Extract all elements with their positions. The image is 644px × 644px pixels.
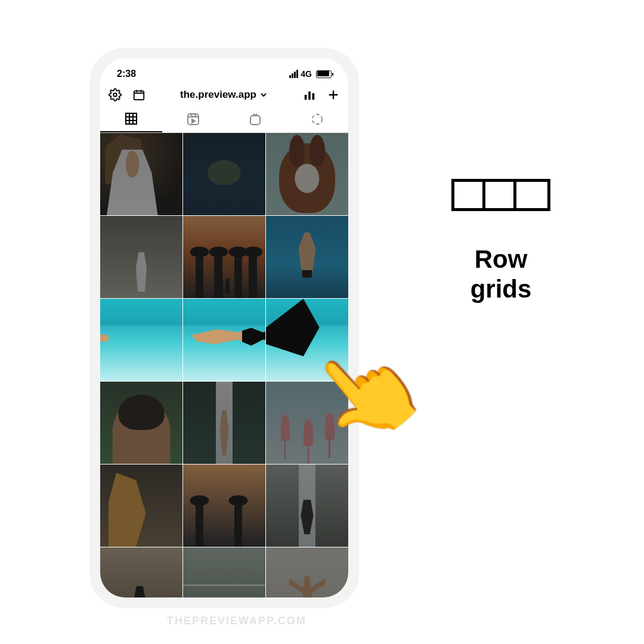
status-bar: 2:38 4G bbox=[100, 58, 348, 82]
svg-rect-2 bbox=[305, 95, 307, 100]
screen: 2:38 4G the.preview.app bbox=[100, 58, 348, 597]
username-dropdown[interactable]: the.preview.app bbox=[180, 89, 268, 101]
tab-reels[interactable] bbox=[162, 106, 224, 132]
grid-cell[interactable] bbox=[266, 547, 348, 597]
tab-loading[interactable] bbox=[286, 106, 348, 132]
grid-cell-highlighted[interactable] bbox=[100, 299, 182, 381]
label
-line-2: grids bbox=[426, 274, 575, 304]
grid-cell[interactable] bbox=[183, 382, 265, 464]
svg-rect-7 bbox=[250, 116, 260, 125]
grid-cell[interactable] bbox=[183, 547, 265, 597]
row-grid-icon bbox=[451, 179, 550, 211]
username-text: the.preview.app bbox=[180, 89, 256, 101]
reels-icon bbox=[186, 112, 200, 126]
igtv-icon bbox=[248, 112, 262, 126]
svg-rect-4 bbox=[312, 93, 315, 100]
battery-icon bbox=[316, 70, 332, 78]
grid-cell[interactable] bbox=[100, 216, 182, 298]
settings-icon[interactable] bbox=[109, 88, 122, 101]
grid-cell[interactable] bbox=[100, 133, 182, 215]
svg-rect-5 bbox=[126, 113, 137, 124]
grid-cell[interactable] bbox=[100, 547, 182, 597]
loading-icon bbox=[311, 113, 324, 126]
svg-rect-3 bbox=[308, 92, 311, 100]
tab-grid[interactable] bbox=[100, 106, 162, 132]
status-time: 2:38 bbox=[117, 69, 136, 79]
grid-cell-highlighted[interactable] bbox=[183, 299, 265, 381]
grid-cell[interactable] bbox=[100, 382, 182, 464]
grid-cell[interactable] bbox=[100, 465, 182, 547]
grid-icon bbox=[124, 112, 138, 126]
svg-rect-6 bbox=[188, 114, 199, 125]
label-text: Row grids bbox=[426, 244, 575, 305]
label-line-1: Row bbox=[426, 244, 575, 274]
grid-cell[interactable] bbox=[266, 133, 348, 215]
signal-icon bbox=[289, 70, 298, 78]
grid-cell[interactable] bbox=[266, 465, 348, 547]
chevron-down-icon bbox=[259, 90, 268, 100]
status-right: 4G bbox=[289, 69, 332, 79]
phone-frame: 2:38 4G the.preview.app bbox=[89, 48, 359, 608]
side-label: Row grids bbox=[426, 179, 575, 305]
grid-cell[interactable] bbox=[266, 216, 348, 298]
grid-cell[interactable] bbox=[183, 133, 265, 215]
network-label: 4G bbox=[301, 69, 312, 79]
svg-rect-1 bbox=[134, 91, 144, 100]
grid-cell[interactable] bbox=[183, 216, 265, 298]
watermark: THEPREVIEWAPP.COM bbox=[167, 615, 306, 627]
svg-point-0 bbox=[113, 93, 117, 97]
svg-point-8 bbox=[312, 114, 323, 125]
tab-igtv[interactable] bbox=[224, 106, 286, 132]
calendar-icon[interactable] bbox=[132, 88, 145, 101]
feed-tabs bbox=[100, 106, 348, 133]
analytics-icon[interactable] bbox=[303, 88, 316, 101]
grid-cell[interactable] bbox=[183, 465, 265, 547]
add-icon[interactable] bbox=[327, 88, 340, 101]
top-nav: the.preview.app bbox=[100, 82, 348, 106]
feed-grid[interactable] bbox=[100, 133, 348, 597]
